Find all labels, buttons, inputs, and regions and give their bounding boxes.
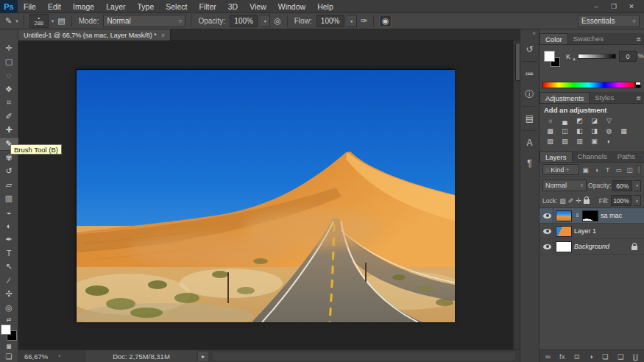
foreground-background-swatches[interactable] [1,324,17,341]
layer-row-layer-1[interactable]: Layer 1 [539,224,644,239]
brightness-contrast-icon[interactable]: ☼ [544,116,556,125]
history-brush-tool[interactable]: ↺ [0,164,18,178]
menu-filter[interactable]: Filter [193,0,222,13]
layer-row-background[interactable]: Background [539,239,644,255]
tablet-size-icon[interactable]: ◉ [379,15,392,27]
panel-menu-icon[interactable]: ≣ [633,36,644,44]
new-group-icon[interactable]: ❏ [602,352,609,361]
horizontal-scrollbar[interactable] [213,352,515,361]
menu-window[interactable]: Window [272,0,311,13]
color-lookup-icon[interactable]: ▦ [618,126,630,135]
lock-position-icon[interactable]: ✛ [576,197,581,205]
layer-mask-thumbnail[interactable] [582,210,598,221]
foreground-color-swatch[interactable] [544,51,555,62]
layer-blend-mode-select[interactable]: Normal ÷ [542,180,587,191]
properties-panel-icon[interactable]: ≔ [522,65,538,82]
restore-button[interactable]: ❐ [606,1,622,12]
k-channel-slider[interactable] [578,54,616,59]
channel-mixer-icon[interactable]: ◍ [603,126,615,135]
layer-thumbnail[interactable] [556,210,572,221]
quick-mask-button[interactable]: ◙ [0,341,18,352]
toggle-brush-panel-icon[interactable]: ▤ [57,16,66,26]
filter-shape-layers-icon[interactable]: ▭ [614,165,623,174]
filter-toggle-switch[interactable] [637,166,641,174]
eye-icon[interactable] [543,244,551,249]
type-tool[interactable]: T [0,246,18,260]
exposure-icon[interactable]: ◪ [588,116,601,125]
visibility-cell[interactable] [542,208,553,223]
lock-pixels-icon[interactable]: ✐ [568,197,574,205]
menu-type[interactable]: Type [131,0,160,13]
threshold-icon[interactable]: ▥ [573,136,586,146]
layer-thumbnail[interactable] [556,226,572,237]
blur-tool[interactable]: ◒ [0,205,18,219]
paragraph-panel-icon[interactable]: ¶ [522,155,538,171]
layer-name[interactable]: Background [574,243,609,250]
zoom-tool[interactable]: ◎ [0,301,18,315]
black-white-icon[interactable]: ◧ [573,126,586,135]
expand-dock-icon[interactable]: « [530,29,539,39]
layer-fill-caret-icon[interactable]: ▾ [634,195,641,206]
healing-brush-tool[interactable]: ✚ [0,124,18,138]
opacity-input[interactable]: 100% [230,15,258,27]
menu-view[interactable]: View [244,0,272,13]
tab-color[interactable]: Color [539,33,568,44]
filter-smart-objects-icon[interactable]: ◫ [625,165,634,174]
brush-preset-picker[interactable]: • 288 [29,14,49,28]
color-spectrum-ramp[interactable] [542,82,635,88]
filter-type-layers-icon[interactable]: T [603,165,612,174]
vibrance-icon[interactable]: ▽ [603,116,615,125]
opacity-caret-icon[interactable]: ▾ [261,15,270,27]
tab-paths[interactable]: Paths [612,151,640,162]
layer-opacity-input[interactable]: 60% [612,180,632,191]
layer-thumbnail[interactable] [556,241,572,252]
tab-channels[interactable]: Channels [573,151,612,162]
foreground-color-swatch[interactable] [1,324,11,335]
layer-name[interactable]: Layer 1 [574,227,596,235]
eraser-tool[interactable]: ▱ [0,178,18,192]
menu-image[interactable]: Image [67,0,100,13]
gradient-map-icon[interactable]: ▣ [588,136,601,146]
add-layer-mask-icon[interactable]: ⊡ [574,352,580,361]
filter-pixel-layers-icon[interactable]: ▣ [581,165,590,174]
panel-menu-icon[interactable]: ≣ [640,154,644,162]
menu-3d[interactable]: 3D [222,0,244,13]
blend-mode-select[interactable]: Normal ÷ [103,15,185,27]
info-panel-icon[interactable]: ⓘ [522,86,538,102]
curves-icon[interactable]: ◩ [573,116,586,125]
tab-styles[interactable]: Styles [590,92,619,103]
invert-icon[interactable]: ▨ [544,136,556,146]
tool-preset-caret-icon[interactable]: ▾ [15,18,18,24]
levels-icon[interactable]: ▄ [559,116,571,125]
layer-style-icon[interactable]: fx [559,352,565,361]
brush-tool-icon[interactable]: ✎ [4,16,13,26]
quick-selection-tool[interactable]: ❖ [0,82,18,96]
move-tool[interactable]: ✛ [0,41,18,55]
color-fg-bg-swatches[interactable] [544,51,560,67]
minimize-button[interactable]: – [588,1,604,12]
new-adjustment-layer-icon[interactable]: ◑ [589,352,593,361]
lock-transparency-icon[interactable]: ▨ [559,197,566,205]
brush-picker-caret-icon[interactable]: ▾ [52,18,54,24]
tablet-opacity-icon[interactable]: ◎ [273,16,282,26]
lock-all-icon[interactable] [584,199,590,204]
layer-comps-panel-icon[interactable]: ▤ [522,110,538,127]
visibility-cell[interactable] [542,239,553,254]
hue-saturation-icon[interactable]: ▩ [544,126,556,135]
airbrush-icon[interactable]: ✑ [360,16,368,26]
k-value-input[interactable]: 0 [619,51,637,62]
tab-adjustments[interactable]: Adjustments [539,92,590,103]
photo-filter-icon[interactable]: ◨ [588,126,601,135]
menu-layer[interactable]: Layer [100,0,131,13]
menu-edit[interactable]: Edit [42,0,67,13]
mask-link-icon[interactable]: ∞ [574,213,581,219]
tab-layers[interactable]: Layers [539,151,573,162]
history-panel-icon[interactable]: ↺ [522,41,538,57]
link-layers-icon[interactable]: ∞ [545,352,551,361]
hand-tool[interactable]: ✣ [0,288,18,302]
delete-layer-icon[interactable]: ∐ [633,352,638,361]
vertical-scrollbar[interactable] [513,40,520,349]
layer-row-sa-mac[interactable]: ∞ sa mac [539,208,644,224]
posterize-icon[interactable]: ▧ [559,136,571,146]
selective-color-icon[interactable]: ◐ [603,136,615,146]
